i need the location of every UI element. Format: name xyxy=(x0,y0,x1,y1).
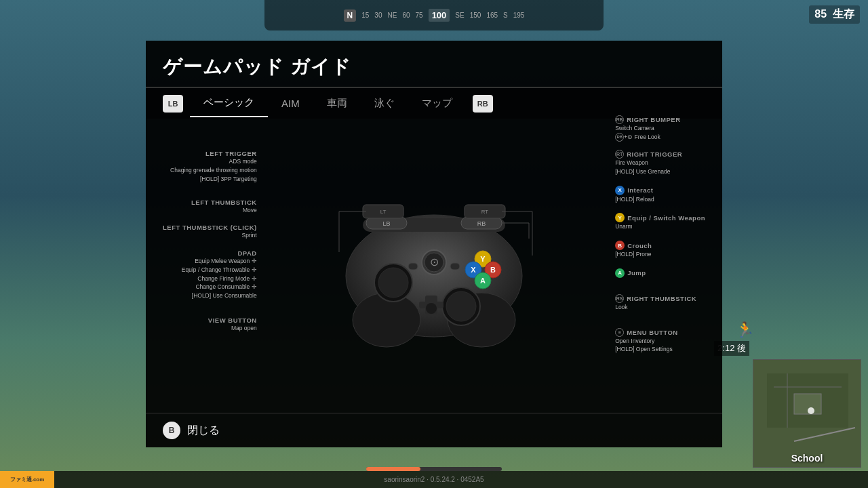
rt-icon: RT xyxy=(615,150,624,159)
svg-rect-37 xyxy=(408,263,418,270)
view-button-desc: Map open xyxy=(163,324,257,333)
close-label: 閉じる xyxy=(187,424,220,438)
right-bumper-desc: Switch CameraRB+⊙ Free Look xyxy=(615,124,705,142)
crouch-desc: [HOLD] Prone xyxy=(615,250,705,259)
famitsu-logo: ファミ通.com xyxy=(0,471,54,488)
tab-bar: LB ベーシック AIM 車両 泳ぐ マップ RB xyxy=(146,88,722,119)
left-thumbstick-click-group: LEFT THUMBSTICK (CLICK) Sprint xyxy=(163,224,257,240)
lb-button[interactable]: LB xyxy=(163,95,183,113)
svg-text:RB: RB xyxy=(477,220,486,227)
health-fill xyxy=(366,467,420,471)
guide-title: ゲームパッド ガイド xyxy=(163,54,705,80)
right-trigger-desc: Fire Weapon[HOLD] Use Grenade xyxy=(615,159,705,176)
rs-icon: RS xyxy=(615,294,624,303)
left-thumbstick-click-desc: Sprint xyxy=(163,231,257,240)
jump-group: A Jump xyxy=(615,268,705,278)
right-trigger-group: RT RIGHT TRIGGER Fire Weapon[HOLD] Use G… xyxy=(615,150,705,176)
left-labels: LEFT TRIGGER ADS modeChaging grenade thr… xyxy=(163,119,257,413)
controller-svg: LB RB LT RT xyxy=(326,178,542,354)
guide-footer: B 閉じる xyxy=(146,413,722,447)
interact-desc: [HOLD] Reload xyxy=(615,195,705,204)
menu-button-group: ≡ MENU BUTTON Open Inventory[HOLD] Open … xyxy=(615,328,705,354)
svg-text:B: B xyxy=(490,266,496,274)
interact-group: X Interact [HOLD] Reload xyxy=(615,186,705,204)
y-button-icon: Y xyxy=(615,213,625,222)
compass-15: 15 xyxy=(361,12,369,19)
b-button-icon: B xyxy=(615,241,625,250)
left-thumbstick-label: LEFT THUMBSTICK xyxy=(163,199,257,206)
right-labels: RB RIGHT BUMPER Switch CameraRB+⊙ Free L… xyxy=(615,119,705,413)
guide-content: LEFT TRIGGER ADS modeChaging grenade thr… xyxy=(146,119,722,413)
dpad-desc: Equip Melee Weapon ✛ Equip / Change Thro… xyxy=(163,257,257,300)
compass-s: S xyxy=(503,12,508,19)
compass-165: 165 xyxy=(486,12,498,19)
svg-point-20 xyxy=(378,268,408,298)
equip-switch-group: Y Equip / Switch Weapon Unarm xyxy=(615,213,705,231)
svg-text:LB: LB xyxy=(382,220,390,227)
interact-label: Interact xyxy=(627,186,653,194)
left-thumbstick-desc: Move xyxy=(163,206,257,215)
equip-switch-label: Equip / Switch Weapon xyxy=(627,214,705,222)
controller-image: LB RB LT RT xyxy=(326,178,542,354)
right-bumper-group: RB RIGHT BUMPER Switch CameraRB+⊙ Free L… xyxy=(615,115,705,142)
svg-rect-38 xyxy=(450,263,460,270)
svg-point-5 xyxy=(808,407,814,414)
svg-text:RT: RT xyxy=(481,209,489,215)
guide-header: ゲームパッド ガイド xyxy=(146,41,722,88)
right-thumbstick-desc: Look xyxy=(615,303,705,312)
compass-60: 60 xyxy=(402,12,410,19)
compass-bar: N 15 30 NE 60 75 100 SE 150 165 S 195 xyxy=(264,0,604,30)
left-trigger-group: LEFT TRIGGER ADS modeChaging grenade thr… xyxy=(163,150,257,183)
rb-button[interactable]: RB xyxy=(473,95,493,113)
svg-rect-4 xyxy=(794,394,821,414)
menu-button-label: MENU BUTTON xyxy=(627,329,678,336)
status-text: saorinsaorin2 · 0.5.24.2 · 0452A5 xyxy=(384,476,484,483)
right-bumper-label: RIGHT BUMPER xyxy=(627,116,680,123)
compass-se: SE xyxy=(455,12,464,19)
crouch-group: B Crouch [HOLD] Prone xyxy=(615,241,705,259)
hud-top: N 15 30 NE 60 75 100 SE 150 165 S 195 xyxy=(0,0,868,37)
dpad-label: DPAD xyxy=(163,249,257,257)
tab-vehicle[interactable]: 車両 xyxy=(313,90,361,117)
menu-button-desc: Open Inventory[HOLD] Open Settings xyxy=(615,337,705,354)
x-button-icon: X xyxy=(615,186,625,195)
compass-ne: NE xyxy=(387,12,397,19)
left-trigger-label: LEFT TRIGGER xyxy=(163,150,257,157)
dpad-group: DPAD Equip Melee Weapon ✛ Equip / Change… xyxy=(163,249,257,300)
svg-text:X: X xyxy=(471,266,476,274)
svg-text:LT: LT xyxy=(380,209,387,215)
status-bar: saorinsaorin2 · 0.5.24.2 · 0452A5 xyxy=(0,471,868,488)
svg-point-25 xyxy=(426,303,437,314)
jump-label: Jump xyxy=(627,269,646,277)
right-thumbstick-label: RIGHT THUMBSTICK xyxy=(627,295,696,302)
view-button-label: VIEW BUTTON xyxy=(163,317,257,324)
compass-n: N xyxy=(344,9,357,22)
a-button-icon: A xyxy=(615,268,625,278)
crouch-label: Crouch xyxy=(627,242,652,249)
compass-195: 195 xyxy=(513,12,525,19)
left-thumbstick-click-label: LEFT THUMBSTICK (CLICK) xyxy=(163,224,257,231)
svg-point-22 xyxy=(446,291,476,321)
svg-text:⊙: ⊙ xyxy=(430,256,439,268)
running-icon: 🏃 xyxy=(736,321,754,339)
left-trigger-desc: ADS modeChaging grenade throwing motion[… xyxy=(163,157,257,183)
minimap-svg xyxy=(753,360,861,468)
gamepad-guide-overlay: ゲームパッド ガイド LB ベーシック AIM 車両 泳ぐ マップ RB LEF… xyxy=(146,41,722,447)
tab-swim[interactable]: 泳ぐ xyxy=(361,90,408,117)
close-b-button[interactable]: B xyxy=(163,422,180,439)
compass-75: 75 xyxy=(416,12,423,19)
tab-aim[interactable]: AIM xyxy=(268,91,313,116)
health-bar-area xyxy=(366,467,502,471)
view-button-group: VIEW BUTTON Map open xyxy=(163,317,257,333)
compass-150: 150 xyxy=(470,12,481,19)
minimap-location-label: School xyxy=(791,453,823,464)
svg-text:Y: Y xyxy=(480,255,486,263)
equip-switch-desc: Unarm xyxy=(615,222,705,231)
tab-map[interactable]: マップ xyxy=(408,90,466,117)
left-thumbstick-group: LEFT THUMBSTICK Move xyxy=(163,199,257,215)
tab-basic[interactable]: ベーシック xyxy=(190,89,268,117)
compass-100-active: 100 xyxy=(429,9,450,22)
menu-icon: ≡ xyxy=(615,328,624,337)
rb-icon: RB xyxy=(615,115,624,124)
minimap: School xyxy=(753,359,861,468)
